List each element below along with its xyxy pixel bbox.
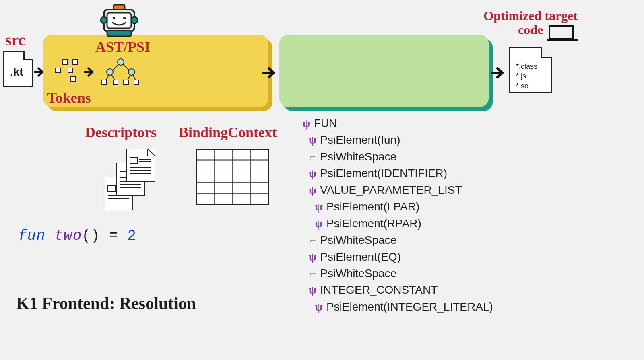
output-ext: *.js [516,71,537,81]
code-number: 2 [127,228,136,244]
descriptors-label: Descriptors [85,124,157,141]
psi-node-text: VALUE_PARAMETER_LIST [317,184,462,196]
whitespace-icon: ⌐ [308,148,317,165]
psi-icon: ψ [302,115,311,132]
psi-row: ψ PsiElement(LPAR) [302,198,493,215]
psi-row: ψ INTEGER_CONSTANT [302,282,493,298]
binding-context-label: BindingContext [179,124,277,141]
psi-row: ⌐ PsiWhiteSpace [302,148,493,165]
psi-row: ψ PsiElement(EQ) [302,249,493,265]
svg-point-12 [123,17,126,19]
code-keyword: fun [18,228,45,244]
laptop-icon [547,24,578,44]
svg-point-11 [113,17,115,19]
descriptors-icon [105,149,157,215]
psi-icon: ψ [308,282,317,298]
ast-psi-label: AST/PSI [95,39,150,56]
whitespace-icon: ⌐ [308,265,317,282]
psi-node-text: FUN [311,117,337,130]
code-sample: fun two() = 2 [18,228,136,244]
psi-node-text: PsiElement(INTEGER_LITERAL) [323,300,493,313]
output-file-icon: *.class *.js *.so [509,47,552,93]
svg-point-13 [101,17,107,23]
psi-node-text: PsiElement(IDENTIFIER) [317,167,448,179]
tokens-label: Tokens [47,89,91,106]
arrow-icon [84,66,97,78]
psi-node-text: PsiElement(EQ) [317,251,401,263]
psi-row: ψ PsiElement(RPAR) [302,215,493,232]
code-eq: = [109,228,118,244]
psi-icon: ψ [314,198,323,215]
psi-node-text: PsiWhiteSpace [317,150,397,163]
psi-row: ψ PsiElement(INTEGER_LITERAL) [302,298,493,315]
arrow-icon [491,66,507,80]
psi-row: ψ VALUE_PARAMETER_LIST [302,182,493,198]
psi-node-text: PsiElement(LPAR) [323,200,419,213]
mascot-icon [100,4,138,39]
psi-icon: ψ [308,132,317,148]
binding-context-grid-icon [196,149,269,207]
source-file-icon: .kt [3,51,33,87]
psi-row: ⌐ PsiWhiteSpace [302,265,493,282]
psi-node-text: PsiWhiteSpace [317,267,397,280]
source-file-ext: .kt [10,66,23,78]
output-ext: *.so [516,81,537,91]
psi-node-text: PsiWhiteSpace [317,234,397,246]
psi-row: ψ PsiElement(IDENTIFIER) [302,165,493,181]
psi-row: ⌐ PsiWhiteSpace [302,232,493,248]
code-identifier: two [54,228,82,244]
src-label: src [5,31,25,49]
code-parens: () [82,228,100,244]
psi-icon: ψ [308,249,317,265]
psi-tree: ψ FUN ψ PsiElement(fun) ⌐ PsiWhiteSpace … [302,115,493,315]
backend-stage-box [279,35,489,107]
psi-node-text: PsiElement(fun) [317,134,400,146]
output-ext: *.class [516,62,537,71]
psi-row: ψ PsiElement(fun) [302,132,493,148]
psi-row: ψ FUN [302,115,493,132]
svg-rect-10 [107,13,131,28]
svg-rect-6 [549,26,573,39]
arrow-icon [262,66,279,80]
psi-icon: ψ [314,298,323,315]
svg-rect-15 [107,31,131,36]
page-title: K1 Frontend: Resolution [16,294,196,313]
psi-icon: ψ [308,182,317,198]
psi-icon: ψ [314,215,323,232]
output-file-exts: *.class *.js *.so [516,62,537,91]
whitespace-icon: ⌐ [308,232,317,248]
psi-node-text: INTEGER_CONSTANT [317,284,438,296]
psi-icon: ψ [308,165,317,181]
psi-node-text: PsiElement(RPAR) [323,217,421,230]
svg-point-14 [131,17,138,23]
